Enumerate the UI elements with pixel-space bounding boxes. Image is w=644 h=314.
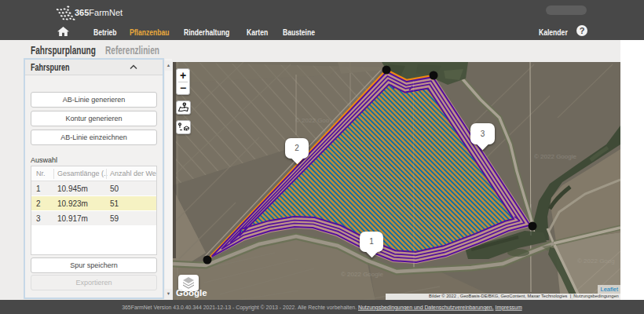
svg-text:© 2022 Google: © 2022 Google [341, 271, 383, 278]
svg-text:© 2022 Goo: © 2022 Goo [295, 117, 330, 124]
svg-text:Google: Google [176, 288, 207, 298]
svg-text:© 2022 Google: © 2022 Google [534, 153, 576, 160]
svg-text:© 2022 Goog: © 2022 Goog [577, 257, 615, 265]
